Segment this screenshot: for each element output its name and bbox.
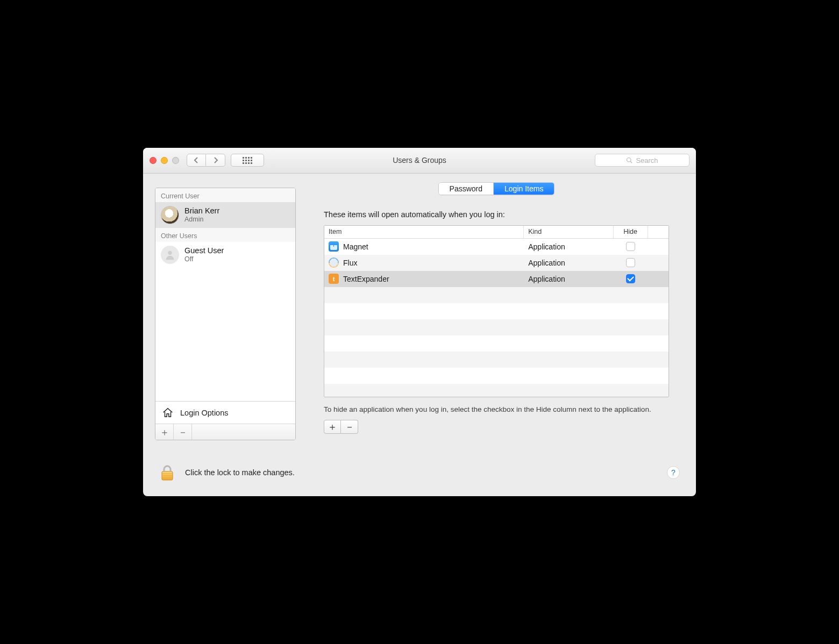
table-body: MagnetApplicationFluxApplicationtTextExp… (324, 239, 669, 397)
column-hide[interactable]: Hide (614, 226, 648, 238)
add-item-button[interactable]: ＋ (324, 420, 341, 434)
nav-buttons (187, 154, 225, 167)
svg-point-2 (168, 251, 172, 255)
minimize-window-button[interactable] (161, 157, 168, 164)
table-row[interactable]: MagnetApplication (324, 239, 669, 255)
minus-icon: － (345, 420, 354, 433)
current-user-name: Brian Kerr (184, 206, 219, 216)
app-icon (329, 241, 339, 252)
guest-user-name: Guest User (184, 246, 224, 255)
tab-password[interactable]: Password (439, 183, 493, 195)
search-icon (626, 157, 632, 163)
app-icon (329, 257, 339, 268)
table-row[interactable]: tTextExpanderApplication (324, 271, 669, 287)
sidebar-bottom-bar: ＋ － (155, 424, 295, 440)
table-row[interactable]: FluxApplication (324, 255, 669, 271)
search-placeholder: Search (636, 156, 658, 164)
item-kind: Application (528, 275, 565, 283)
hide-hint: To hide an application when you log in, … (324, 405, 669, 414)
guest-user-status: Off (184, 255, 224, 263)
chevron-right-icon (212, 157, 219, 163)
main-panel: Password Login Items These items will op… (309, 188, 684, 440)
forward-button[interactable] (206, 154, 225, 167)
app-icon: t (329, 274, 339, 284)
remove-item-button[interactable]: － (341, 420, 358, 434)
hide-checkbox[interactable] (626, 242, 635, 251)
footer: Click the lock to make changes. ? (143, 446, 696, 496)
login-items-intro: These items will open automatically when… (324, 210, 669, 219)
svg-point-0 (627, 158, 631, 162)
item-name: TextExpander (343, 275, 389, 283)
preferences-window: Users & Groups Search Current User Brian… (143, 148, 696, 496)
help-button[interactable]: ? (667, 466, 680, 479)
users-sidebar: Current User Brian Kerr Admin Other User… (155, 188, 296, 440)
item-pm-bar: ＋ － (324, 420, 669, 434)
grid-icon (243, 157, 252, 164)
traffic-lights (150, 157, 179, 164)
tab-login-items[interactable]: Login Items (493, 183, 554, 195)
plus-icon: ＋ (328, 420, 337, 433)
plus-icon: ＋ (160, 426, 169, 439)
avatar-icon (161, 206, 179, 224)
hide-checkbox[interactable] (626, 274, 635, 283)
close-window-button[interactable] (150, 157, 157, 164)
login-options-label: Login Options (180, 409, 228, 417)
back-button[interactable] (187, 154, 206, 167)
sidebar-user-current[interactable]: Brian Kerr Admin (155, 202, 295, 228)
remove-user-button[interactable]: － (174, 424, 192, 440)
current-user-label: Current User (155, 188, 295, 202)
other-users-label: Other Users (155, 228, 295, 242)
show-all-button[interactable] (231, 154, 264, 167)
person-icon (164, 249, 176, 261)
search-field[interactable]: Search (595, 154, 689, 167)
current-user-role: Admin (184, 216, 219, 223)
hide-checkbox[interactable] (626, 258, 635, 267)
svg-line-1 (631, 162, 632, 163)
add-user-button[interactable]: ＋ (155, 424, 174, 440)
home-icon (162, 407, 174, 419)
titlebar: Users & Groups Search (143, 148, 696, 174)
minus-icon: － (178, 426, 188, 439)
item-kind: Application (528, 259, 565, 267)
avatar-icon (161, 246, 179, 264)
login-options-button[interactable]: Login Options (155, 401, 295, 424)
body: Current User Brian Kerr Admin Other User… (143, 174, 696, 446)
table-header: Item Kind Hide (324, 226, 669, 239)
column-item[interactable]: Item (324, 226, 524, 238)
lock-icon[interactable] (159, 464, 175, 481)
tab-bar: Password Login Items (438, 182, 555, 195)
chevron-left-icon (193, 157, 200, 163)
column-kind[interactable]: Kind (524, 226, 613, 238)
item-name: Magnet (343, 242, 368, 251)
item-name: Flux (343, 259, 357, 267)
sidebar-user-guest[interactable]: Guest User Off (155, 242, 295, 268)
item-kind: Application (528, 242, 565, 251)
zoom-window-button (172, 157, 179, 164)
lock-text: Click the lock to make changes. (185, 468, 295, 477)
login-items-table: Item Kind Hide MagnetApplicationFluxAppl… (324, 225, 669, 397)
